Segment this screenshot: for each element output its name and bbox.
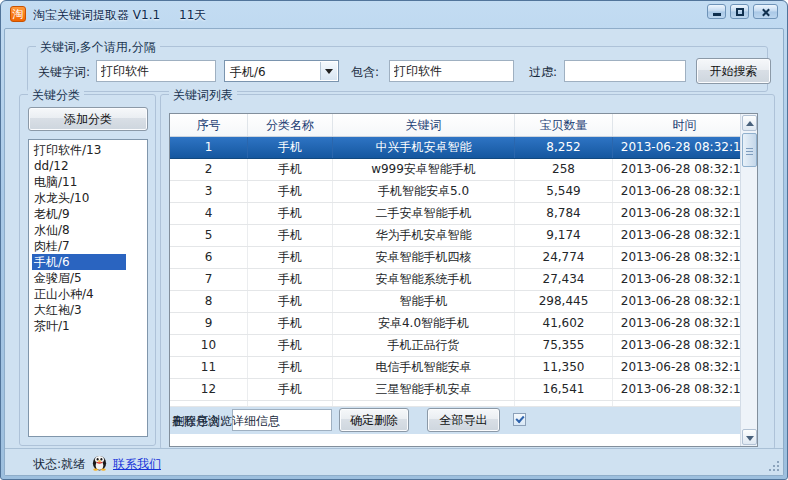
table-cell: 手机 <box>248 181 333 202</box>
category-item[interactable]: dd/12 <box>29 158 147 174</box>
table-vertical-scrollbar[interactable] <box>740 114 757 446</box>
table-cell: w999安卓智能手机 <box>333 159 515 180</box>
scroll-down-button[interactable] <box>742 429 757 445</box>
table-cell: 41,602 <box>515 313 613 334</box>
keyword-group-legend: 关键词列表 <box>169 87 237 104</box>
table-row[interactable]: 6手机安卓智能手机四核24,7742013-06-28 08:32:13 <box>170 247 757 269</box>
category-item[interactable]: 茶叶/1 <box>29 318 147 334</box>
category-item[interactable]: 金骏眉/5 <box>29 270 147 286</box>
qq-penguin-icon[interactable] <box>91 454 108 471</box>
table-row[interactable]: 1手机中兴手机安卓智能8,2522013-06-28 08:32:13 <box>170 137 757 159</box>
table-cell: 手机 <box>248 269 333 290</box>
table-cell: 8,252 <box>515 137 613 158</box>
category-groupbox: 关键分类 添加分类 打印软件/13dd/12电脑/11水龙头/10老机/9水仙/… <box>19 94 156 446</box>
dropdown-arrow-zone[interactable] <box>320 62 337 80</box>
column-header-category[interactable]: 分类名称 <box>248 114 333 136</box>
category-item[interactable]: 正山小种/4 <box>29 286 147 302</box>
table-cell: 5 <box>170 225 248 246</box>
arrow-up-icon <box>746 121 754 126</box>
table-cell: 二手安卓智能手机 <box>333 203 515 224</box>
caption-buttons <box>703 4 778 19</box>
resize-grip[interactable] <box>767 459 779 471</box>
category-item[interactable]: 水仙/8 <box>29 222 147 238</box>
include-input[interactable] <box>389 60 514 82</box>
minimize-button[interactable] <box>707 4 726 19</box>
table-cell: 8,784 <box>515 203 613 224</box>
table-row[interactable]: 4手机二手安卓智能手机8,7842013-06-28 08:32:13 <box>170 203 757 225</box>
category-dropdown-value: 手机/6 <box>230 64 266 81</box>
scroll-up-button[interactable] <box>742 115 757 131</box>
column-header-count[interactable]: 宝贝数量 <box>515 114 613 136</box>
table-cell: 2013-06-28 08:32:13 <box>613 357 757 378</box>
table-row[interactable]: 11手机电信手机智能安卓11,3502013-06-28 08:32:13 <box>170 357 757 379</box>
category-item[interactable]: 手机/6 <box>29 254 147 270</box>
contact-us-link[interactable]: 联系我们 <box>113 456 161 473</box>
category-listbox[interactable]: 打印软件/13dd/12电脑/11水龙头/10老机/9水仙/8肉桂/7手机/6金… <box>28 139 148 437</box>
table-row[interactable]: 7手机安卓智能系统手机27,4342013-06-28 08:32:13 <box>170 269 757 291</box>
keyword-input[interactable] <box>96 60 216 82</box>
category-item[interactable]: 电脑/11 <box>29 174 147 190</box>
table-body: 1手机中兴手机安卓智能8,2522013-06-28 08:32:132手机w9… <box>170 137 757 401</box>
table-row[interactable]: 2手机w999安卓智能手机2582013-06-28 08:32:13 <box>170 159 757 181</box>
table-cell: 中兴手机安卓智能 <box>333 137 515 158</box>
table-cell: 2013-06-28 08:32:13 <box>613 247 757 268</box>
category-item[interactable]: 打印软件/13 <box>29 142 147 158</box>
table-cell <box>613 401 757 406</box>
table-cell: 9,174 <box>515 225 613 246</box>
table-cell: 2013-06-28 08:32:13 <box>613 225 757 246</box>
category-dropdown[interactable]: 手机/6 <box>224 60 339 82</box>
table-header[interactable]: 序号 分类名称 关键词 宝贝数量 时间 <box>170 114 757 137</box>
confirm-delete-button[interactable]: 确定删除 <box>339 408 409 432</box>
trial-days-label: 11天 <box>179 7 206 24</box>
table-cell: 11,350 <box>515 357 613 378</box>
add-category-button[interactable]: 添加分类 <box>28 107 148 131</box>
column-header-index[interactable]: 序号 <box>170 114 248 136</box>
table-cell: 手机 <box>248 335 333 356</box>
table-cell: 2013-06-28 08:32:13 <box>613 181 757 202</box>
minimize-icon <box>713 13 721 16</box>
browser-detail-checkbox[interactable] <box>513 413 526 426</box>
category-item[interactable]: 肉桂/7 <box>29 238 147 254</box>
table-cell: 2013-06-28 08:32:13 <box>613 159 757 180</box>
table-row[interactable]: 12手机三星智能手机安卓16,5412013-06-28 08:32:13 <box>170 379 757 401</box>
close-button[interactable] <box>753 4 778 19</box>
table-cell: 安卓智能系统手机 <box>333 269 515 290</box>
table-cell: 三星智能手机安卓 <box>333 379 515 400</box>
titlebar[interactable]: 淘 淘宝关键词提取器 V1.1 11天 <box>1 1 787 28</box>
table-cell: 手机 <box>248 159 333 180</box>
column-header-keyword[interactable]: 关键词 <box>333 114 515 136</box>
export-all-button[interactable]: 全部导出 <box>427 408 500 432</box>
filter-input[interactable] <box>564 60 686 82</box>
table-row[interactable]: 9手机安卓4.0智能手机41,6022013-06-28 08:32:13 <box>170 313 757 335</box>
table-cell: 4 <box>170 203 248 224</box>
table-cell: 安卓4.0智能手机 <box>333 313 515 334</box>
category-item[interactable]: 大红袍/3 <box>29 302 147 318</box>
table-cell: 16,541 <box>515 379 613 400</box>
table-cell: 手机智能安卓5.0 <box>333 181 515 202</box>
table-cell: 手机 <box>248 357 333 378</box>
maximize-button[interactable] <box>730 4 749 19</box>
table-cell: 1 <box>170 137 248 158</box>
table-cell <box>170 401 248 406</box>
start-search-button[interactable]: 开始搜索 <box>696 58 771 84</box>
table-row[interactable]: 3手机手机智能安卓5.05,5492013-06-28 08:32:13 <box>170 181 757 203</box>
table-cell: 2013-06-28 08:32:13 <box>613 313 757 334</box>
include-label: 包含: <box>351 64 379 81</box>
table-cell: 手机 <box>248 203 333 224</box>
table-cell <box>333 401 515 406</box>
table-cell: 258 <box>515 159 613 180</box>
table-cell: 手机 <box>248 379 333 400</box>
table-cell: 24,774 <box>515 247 613 268</box>
table-row[interactable]: 10手机手机正品行货75,3552013-06-28 08:32:13 <box>170 335 757 357</box>
category-item[interactable]: 老机/9 <box>29 206 147 222</box>
table-cell: 6 <box>170 247 248 268</box>
table-cell: 手机 <box>248 225 333 246</box>
table-row[interactable]: 5手机华为手机安卓智能9,1742013-06-28 08:32:13 <box>170 225 757 247</box>
scrollbar-thumb[interactable] <box>742 133 757 167</box>
table-row[interactable]: 8手机智能手机298,4452013-06-28 08:32:13 <box>170 291 757 313</box>
category-item[interactable]: 水龙头/10 <box>29 190 147 206</box>
browser-detail-checkbox-label[interactable]: 在程序浏览详细信息 <box>172 413 280 430</box>
column-header-time[interactable]: 时间 <box>613 114 757 136</box>
table-cell: 2013-06-28 08:32:13 <box>613 203 757 224</box>
chevron-down-icon <box>325 69 333 74</box>
